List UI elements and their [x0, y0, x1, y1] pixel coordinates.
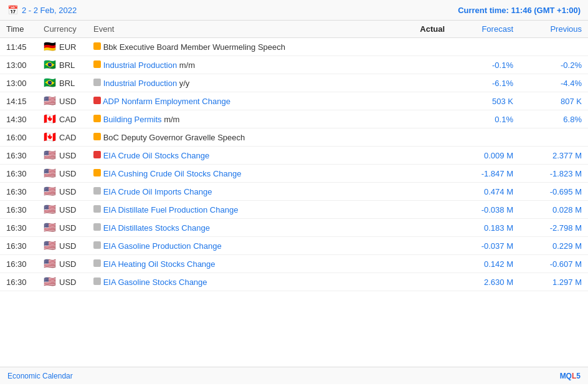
- cell-time: 16:30: [0, 255, 37, 273]
- cell-previous: [519, 128, 588, 147]
- col-header-forecast: Forecast: [451, 21, 519, 38]
- footer-economic-calendar: Economic Calendar: [7, 372, 73, 380]
- currency-code: USD: [59, 223, 76, 233]
- event-text: Bbk Executive Board Member Wuermeling Sp…: [103, 42, 285, 52]
- event-link[interactable]: Industrial Production: [103, 79, 178, 88]
- impact-icon: [93, 277, 101, 285]
- cell-previous: 2.377 M: [519, 147, 588, 165]
- cell-forecast: 0.1%: [451, 110, 519, 128]
- cell-forecast: -0.038 M: [451, 201, 519, 219]
- events-table: Time Currency Event Actual Forecast Prev…: [0, 21, 588, 291]
- currency-code: CAD: [59, 115, 76, 124]
- cell-actual: [389, 183, 451, 201]
- cell-actual: [389, 165, 451, 183]
- cell-event: Bbk Executive Board Member Wuermeling Sp…: [87, 38, 389, 56]
- cell-event: Building Permits m/m: [87, 110, 389, 128]
- cell-currency: 🇺🇸 USD: [37, 92, 87, 110]
- cell-actual: [389, 273, 451, 291]
- cell-time: 11:45: [0, 38, 37, 56]
- impact-icon: [93, 241, 101, 249]
- currency-code: CAD: [59, 133, 76, 142]
- cell-event: EIA Distillates Stocks Change: [87, 219, 389, 237]
- table-container[interactable]: Time Currency Event Actual Forecast Prev…: [0, 21, 588, 367]
- cell-event: EIA Cushing Crude Oil Stocks Change: [87, 165, 389, 183]
- footer-mql5: MQL5: [560, 372, 581, 380]
- impact-icon: [93, 79, 101, 86]
- event-link[interactable]: EIA Crude Oil Stocks Change: [103, 151, 210, 160]
- flag-icon: 🇺🇸: [44, 223, 56, 233]
- cell-currency: 🇺🇸 USD: [37, 201, 87, 219]
- flag-icon: 🇺🇸: [44, 241, 56, 251]
- event-link[interactable]: EIA Heating Oil Stocks Change: [103, 259, 216, 269]
- impact-icon: [93, 60, 101, 68]
- cell-time: 16:30: [0, 237, 37, 255]
- cell-currency: 🇺🇸 USD: [37, 165, 87, 183]
- impact-icon: [93, 169, 101, 176]
- table-row: 16:30 🇺🇸 USD EIA Distillates Stocks Chan…: [0, 219, 588, 237]
- impact-icon: [93, 97, 101, 104]
- table-row: 16:30 🇺🇸 USD EIA Crude Oil Stocks Change…: [0, 147, 588, 165]
- cell-actual: [389, 201, 451, 219]
- cell-previous: 0.229 M: [519, 237, 588, 255]
- event-link[interactable]: EIA Crude Oil Imports Change: [103, 187, 212, 196]
- flag-icon: 🇩🇪: [44, 42, 56, 52]
- cell-time: 13:00: [0, 74, 37, 92]
- table-row: 16:30 🇺🇸 USD EIA Gasoline Production Cha…: [0, 237, 588, 255]
- flag-icon: 🇺🇸: [44, 277, 56, 287]
- flag-icon: 🇧🇷: [44, 78, 56, 88]
- cell-time: 16:00: [0, 128, 37, 147]
- event-suffix: m/m: [162, 115, 180, 124]
- impact-icon: [93, 151, 101, 158]
- flag-icon: 🇨🇦: [44, 132, 56, 142]
- cell-previous: -2.798 M: [519, 219, 588, 237]
- header: 📅 2 - 2 Feb, 2022 Current time: 11:46 (G…: [0, 0, 588, 21]
- calendar-icon: 📅: [7, 5, 18, 15]
- impact-icon: [93, 133, 101, 140]
- event-link[interactable]: Building Permits: [103, 115, 162, 124]
- col-header-time: Time: [0, 21, 37, 38]
- event-link[interactable]: EIA Gasoline Stocks Change: [103, 277, 207, 287]
- event-suffix: y/y: [177, 79, 189, 88]
- table-row: 16:30 🇺🇸 USD EIA Cushing Crude Oil Stock…: [0, 165, 588, 183]
- currency-code: USD: [59, 241, 76, 251]
- cell-currency: 🇩🇪 EUR: [37, 38, 87, 56]
- event-link[interactable]: Industrial Production: [103, 60, 178, 70]
- cell-previous: 6.8%: [519, 110, 588, 128]
- table-row: 14:30 🇨🇦 CAD Building Permits m/m0.1%6.8…: [0, 110, 588, 128]
- cell-currency: 🇨🇦 CAD: [37, 128, 87, 147]
- cell-currency: 🇺🇸 USD: [37, 273, 87, 291]
- cell-time: 14:30: [0, 110, 37, 128]
- cell-actual: [389, 110, 451, 128]
- col-header-actual: Actual: [389, 21, 451, 38]
- cell-time: 16:30: [0, 201, 37, 219]
- event-link[interactable]: EIA Distillates Stocks Change: [103, 223, 210, 233]
- cell-actual: [389, 237, 451, 255]
- flag-icon: 🇧🇷: [44, 60, 56, 70]
- table-header-row: Time Currency Event Actual Forecast Prev…: [0, 21, 588, 38]
- cell-previous: 1.297 M: [519, 273, 588, 291]
- cell-previous: -1.823 M: [519, 165, 588, 183]
- cell-previous: -4.4%: [519, 74, 588, 92]
- cell-forecast: -0.1%: [451, 56, 519, 74]
- cell-event: EIA Crude Oil Stocks Change: [87, 147, 389, 165]
- event-link[interactable]: ADP Nonfarm Employment Change: [103, 97, 230, 106]
- cell-event: EIA Gasoline Stocks Change: [87, 273, 389, 291]
- cell-previous: -0.695 M: [519, 183, 588, 201]
- currency-code: USD: [59, 97, 76, 106]
- cell-actual: [389, 56, 451, 74]
- currency-code: BRL: [59, 79, 75, 88]
- cell-time: 16:30: [0, 219, 37, 237]
- currency-code: USD: [59, 169, 76, 178]
- current-time: Current time: 11:46 (GMT +1:00): [458, 6, 581, 15]
- cell-actual: [389, 147, 451, 165]
- footer: Economic Calendar MQL5: [0, 367, 588, 384]
- cell-currency: 🇺🇸 USD: [37, 237, 87, 255]
- event-link[interactable]: EIA Gasoline Production Change: [103, 241, 222, 251]
- current-time-value: 11:46 (GMT +1:00): [511, 6, 581, 15]
- event-link[interactable]: EIA Distillate Fuel Production Change: [103, 205, 239, 215]
- cell-time: 13:00: [0, 56, 37, 74]
- cell-actual: [389, 38, 451, 56]
- event-link[interactable]: EIA Cushing Crude Oil Stocks Change: [103, 169, 242, 178]
- event-text: BoC Deputy Governor Gravelle Speech: [103, 133, 245, 142]
- currency-code: USD: [59, 151, 76, 160]
